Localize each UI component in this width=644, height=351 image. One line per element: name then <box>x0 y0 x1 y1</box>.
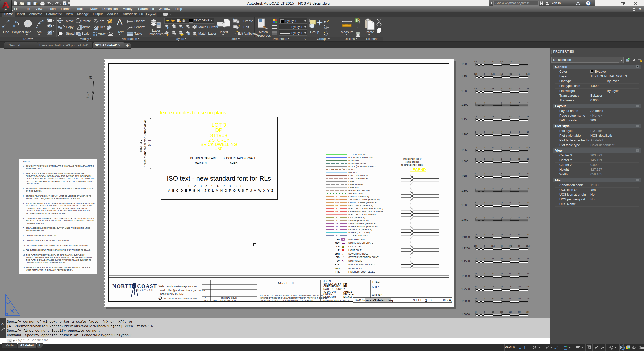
svg-text:100: 100 <box>526 273 529 274</box>
svg-text:1:2500: 1:2500 <box>461 288 470 291</box>
svg-text:WATER SUPPLY (SERVICE): WATER SUPPLY (SERVICE) <box>348 225 378 228</box>
svg-text:1: 1 <box>519 73 520 75</box>
svg-text:8: 8 <box>501 173 502 174</box>
svg-text:100: 100 <box>518 286 521 288</box>
svg-text:0: 0 <box>484 146 485 149</box>
svg-text:SW: SW <box>336 223 338 224</box>
svg-text:ORIGINAL SHEET SIZE A3: ORIGINAL SHEET SIZE A3 <box>323 300 350 302</box>
svg-text:STOP VALVE: STOP VALVE <box>348 260 362 262</box>
svg-text:50: 50 <box>501 286 503 288</box>
svg-text:125: 125 <box>526 286 529 288</box>
svg-text:SEWER MANHOLE: SEWER MANHOLE <box>348 253 368 255</box>
svg-text:ncs a3 detail.dwg: ncs a3 detail.dwg <box>366 298 393 302</box>
svg-text:20: 20 <box>527 173 529 174</box>
svg-text:OPTUS COMMS (SERVICE): OPTUS COMMS (SERVICE) <box>348 201 377 204</box>
svg-text:S: S <box>342 253 343 255</box>
svg-text:30: 30 <box>509 234 511 235</box>
svg-text:0: 0 <box>484 286 485 288</box>
svg-text:CONTOUR MINOR: CONTOUR MINOR <box>348 177 368 180</box>
svg-text:0: 0 <box>484 60 485 63</box>
svg-text:2.5: 2.5 <box>527 88 529 90</box>
svg-text:CAUTION: THE ORIGINAL SCALE OF: CAUTION: THE ORIGINAL SCALE OF THIS DRAW… <box>260 295 323 297</box>
svg-text:to centre point of circle): to centre point of circle) <box>401 164 424 166</box>
svg-text:SHEET: SHEET <box>413 299 421 302</box>
svg-text:0: 0 <box>484 73 485 75</box>
svg-text:60: 60 <box>509 273 511 274</box>
svg-text:150: 150 <box>509 311 512 313</box>
svg-text:25: 25 <box>492 286 494 288</box>
svg-text:7.5: 7.5 <box>527 116 529 118</box>
svg-text:TELSTRA COMMS (SERVICE): TELSTRA COMMS (SERVICE) <box>348 198 380 201</box>
svg-text:1: 1 <box>527 61 528 62</box>
svg-text:TITLE BOUNDARY: TITLE BOUNDARY <box>348 153 368 156</box>
svg-text:10: 10 <box>501 187 503 189</box>
svg-text:CLIENT:: CLIENT: <box>372 293 382 296</box>
svg-text:6: 6 <box>475 202 476 204</box>
svg-text:0: 0 <box>484 87 485 90</box>
svg-text:KERB LIP: KERB LIP <box>348 186 359 189</box>
svg-text:G: G <box>336 217 338 218</box>
svg-text:"NCS standard dims" - annotati: "NCS standard dims" - annotative <box>143 120 147 167</box>
svg-text:75: 75 <box>509 286 511 288</box>
svg-text:12: 12 <box>501 202 503 204</box>
svg-text:OVERHEAD ELECTRICAL WIRES: OVERHEAD ELECTRICAL WIRES <box>348 210 383 213</box>
svg-text:1:200: 1:200 <box>461 133 468 136</box>
svg-text:5: 5 <box>492 187 493 189</box>
svg-text:0: 0 <box>484 172 485 175</box>
svg-text:1:250: 1:250 <box>461 148 468 151</box>
svg-text:N: N <box>88 76 93 79</box>
svg-text:centre of block: centre of block <box>405 161 419 163</box>
svg-text:30: 30 <box>518 216 520 218</box>
svg-text:1:3000: 1:3000 <box>461 299 470 302</box>
svg-text:LEGEND: LEGEND <box>410 167 426 172</box>
svg-text:50: 50 <box>527 234 529 235</box>
svg-text:0.4: 0.4 <box>500 61 503 62</box>
svg-text:4.5: 4.5 <box>509 116 512 118</box>
svg-text:1:1000: 1:1000 <box>461 235 470 238</box>
svg-text:6: 6 <box>492 202 493 204</box>
svg-text:1.5: 1.5 <box>474 116 477 118</box>
svg-text:37.5: 37.5 <box>509 245 512 247</box>
svg-text:80: 80 <box>518 273 520 274</box>
svg-text:60: 60 <box>518 258 520 260</box>
svg-text:COPYRIGHT NORTH COAST SURVEYS: COPYRIGHT NORTH COAST SURVEYS <box>163 297 200 299</box>
svg-text:0.2: 0.2 <box>474 61 477 62</box>
svg-text:200: 200 <box>518 311 521 313</box>
svg-text:25: 25 <box>527 187 529 189</box>
svg-text:BUILDING ROOF: BUILDING ROOF <box>348 162 366 165</box>
svg-text:30: 30 <box>527 202 529 204</box>
svg-text:0: 0 <box>484 258 485 260</box>
svg-text:0: 0 <box>484 297 485 300</box>
svg-text:WATER (DIGITISED): WATER (DIGITISED) <box>348 231 370 234</box>
svg-text:1:600: 1:600 <box>461 204 468 207</box>
svg-text:1.5: 1.5 <box>509 88 512 90</box>
svg-text:ELECTRICITY (DIGITISED): ELECTRICITY (DIGITISED) <box>348 213 376 216</box>
svg-text:C: C <box>159 297 161 300</box>
svg-text:SURVEYED BY: SURVEYED BY <box>323 282 341 285</box>
svg-text:0: 0 <box>484 311 485 313</box>
svg-text:DATE OF SURVEY: DATE OF SURVEY <box>323 288 345 290</box>
svg-text:0.5: 0.5 <box>500 73 503 75</box>
svg-text:(mid point of line or: (mid point of line or <box>403 158 421 160</box>
svg-text:40: 40 <box>518 234 520 235</box>
svg-text:2: 2 <box>519 88 520 90</box>
svg-text:SIO: SIO <box>336 256 340 258</box>
svg-text:10: 10 <box>518 147 520 148</box>
svg-text:40: 40 <box>501 273 503 274</box>
svg-text:0: 0 <box>484 233 485 236</box>
svg-text:WINDOW HEAD/SILL RLs: WINDOW HEAD/SILL RLs <box>348 263 375 266</box>
svg-text:KERB INVERT: KERB INVERT <box>348 183 363 186</box>
svg-text:6: 6 <box>519 116 520 118</box>
svg-text:NBN CABLE (SERVICE): NBN CABLE (SERVICE) <box>348 204 373 207</box>
svg-text:SV: SV <box>337 260 340 262</box>
svg-text:25: 25 <box>475 286 477 288</box>
svg-text:RDG: RDG <box>335 267 340 270</box>
svg-text:45: 45 <box>509 258 511 260</box>
svg-text:1:750: 1:750 <box>461 218 468 221</box>
svg-text:W: W <box>336 226 338 227</box>
svg-text:3: 3 <box>475 158 476 160</box>
svg-text:BOUNDARY ADJACENT: BOUNDARY ADJACENT <box>348 156 374 159</box>
svg-text:2: 2 <box>475 131 476 133</box>
svg-text:0: 0 <box>484 216 485 218</box>
svg-text:0: 0 <box>484 116 485 118</box>
